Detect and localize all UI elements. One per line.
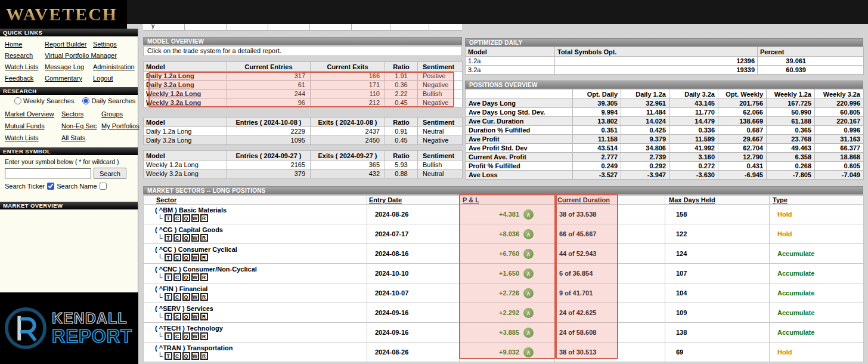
col-header-entry-date[interactable]: Entry Date [367, 196, 460, 205]
col-header-model: Model [144, 62, 227, 72]
max-days-held-value: 158 [665, 205, 770, 224]
tool-button-watch[interactable]: W [191, 332, 199, 340]
weekly-searches-radio[interactable] [14, 97, 21, 104]
daily-entries-exits-table: Model Entries ( 2024-10-08 ) Exits ( 202… [143, 117, 463, 145]
sector-name[interactable]: ( ^BM ) Basic Materials [144, 206, 366, 214]
col-header-exits-date: Exits ( 2024-10-08 ) [311, 118, 385, 127]
tool-button-chart[interactable]: C [173, 273, 181, 281]
tool-button-quote[interactable]: Q [182, 352, 190, 360]
tool-button-chart[interactable]: C [173, 214, 181, 222]
col-header-current-duration[interactable]: Current Duration [555, 196, 665, 205]
model-link[interactable]: Weekly 3.2a Long [146, 99, 201, 106]
research-link-groups[interactable]: Groups [101, 110, 140, 118]
tool-button-report[interactable]: R [200, 352, 208, 360]
symbol-input[interactable] [5, 168, 91, 178]
tool-button-report[interactable]: R [200, 293, 208, 301]
research-link-all-stats[interactable]: All Stats [61, 134, 100, 141]
tool-button-trade[interactable]: T [165, 254, 172, 261]
tool-button-chart[interactable]: C [173, 293, 181, 301]
tool-button-quote[interactable]: Q [182, 234, 190, 242]
col-header-sector[interactable]: Sector [144, 196, 367, 205]
tool-button-quote[interactable]: Q [182, 254, 190, 261]
tool-button-chart[interactable]: C [173, 313, 181, 320]
model-link[interactable]: Daily 1.2a Long [146, 72, 194, 79]
stat-value: 39.305 [573, 99, 621, 108]
stat-value: 0.336 [669, 126, 718, 135]
sidebar-link-settings[interactable]: Settings [93, 41, 135, 48]
sidebar-link-administration[interactable]: Administration [93, 63, 135, 70]
tool-button-trade[interactable]: T [165, 332, 172, 340]
tool-button-trade[interactable]: T [165, 293, 172, 301]
research-link-mutual-funds[interactable]: Mutual Funds [5, 122, 60, 129]
tool-button-trade[interactable]: T [165, 214, 172, 222]
search-button[interactable]: Search [94, 168, 126, 179]
sector-name[interactable]: ( ^TRAN ) Transportation [144, 344, 366, 351]
col-header-max-days-held[interactable]: Max Days Held [665, 196, 770, 205]
tool-button-watch[interactable]: W [191, 273, 199, 281]
research-link-my-portfolios[interactable]: My Portfolios [101, 122, 140, 129]
elbow-icon: └ [157, 234, 163, 242]
tool-button-quote[interactable]: Q [182, 293, 190, 301]
research-link-non-eq-sec[interactable]: Non-Eq Sec [61, 122, 100, 129]
tool-button-chart[interactable]: C [173, 254, 181, 261]
tool-button-watch[interactable]: W [191, 234, 199, 242]
tool-button-report[interactable]: R [200, 273, 208, 281]
sidebar-link-virtual-portfolio-manager[interactable]: Virtual Portfolio Manager [45, 52, 135, 59]
ratio-value: 0.45 [385, 136, 418, 145]
tool-button-chart[interactable]: C [173, 352, 181, 360]
sidebar-link-research[interactable]: Research [5, 52, 43, 59]
ratio-value: 0.45 [385, 98, 418, 107]
research-link-sectors[interactable]: Sectors [61, 110, 100, 118]
sector-name[interactable]: ( ^CC ) Consumer Cyclical [144, 246, 366, 253]
tool-button-trade[interactable]: T [165, 352, 172, 360]
search-name-checkbox[interactable] [100, 183, 107, 190]
sector-name[interactable]: ( ^TECH ) Technology [144, 325, 366, 332]
tool-button-watch[interactable]: W [191, 254, 199, 261]
sidebar-link-report-builder[interactable]: Report Builder [45, 41, 91, 48]
tool-button-watch[interactable]: W [191, 352, 199, 360]
tool-button-quote[interactable]: Q [182, 313, 190, 320]
sidebar-link-logout[interactable]: Logout [93, 75, 135, 82]
col-header-pl[interactable]: P & L [460, 196, 555, 205]
tool-button-quote[interactable]: Q [182, 214, 190, 222]
table-row: Weekly 3.2a Long 96 212 0.45 Negative [144, 98, 463, 107]
sidebar-link-home[interactable]: Home [5, 41, 43, 48]
pl-cell: +2.726 ∧ [460, 288, 554, 298]
research-link-watch-lists[interactable]: Watch Lists [5, 134, 60, 141]
col-header-type[interactable]: Type [770, 196, 864, 205]
model-link[interactable]: Daily 3.2a Long [146, 81, 194, 88]
tool-button-trade[interactable]: T [165, 234, 172, 242]
tool-button-report[interactable]: R [200, 313, 208, 320]
up-arrow-icon: ∧ [523, 288, 534, 298]
sector-name[interactable]: ( ^SERV ) Services [144, 305, 366, 312]
sector-name[interactable]: ( ^FIN ) Financial [144, 285, 366, 292]
tool-button-report[interactable]: R [200, 214, 208, 222]
tool-button-report[interactable]: R [200, 254, 208, 261]
tool-button-watch[interactable]: W [191, 293, 199, 301]
tool-button-trade[interactable]: T [165, 313, 172, 320]
sidebar-link-commentary[interactable]: Commentary [45, 75, 91, 82]
sidebar-link-feedback[interactable]: Feedback [5, 75, 43, 82]
tool-button-watch[interactable]: W [191, 313, 199, 320]
tool-button-report[interactable]: R [200, 332, 208, 340]
stat-value: 0.996 [815, 126, 864, 135]
daily-searches-option[interactable]: Daily Searches [82, 97, 135, 104]
weekly-searches-option[interactable]: Weekly Searches [14, 97, 74, 104]
ratio-value: 0.88 [385, 169, 418, 178]
sidebar-link-watch-lists[interactable]: Watch Lists [5, 63, 43, 70]
type-value: Hold [777, 230, 792, 237]
tool-button-watch[interactable]: W [191, 214, 199, 222]
tool-button-chart[interactable]: C [173, 234, 181, 242]
tool-button-chart[interactable]: C [173, 332, 181, 340]
sector-name[interactable]: ( ^CG ) Capital Goods [144, 226, 366, 233]
sidebar-link-message-log[interactable]: Message Log [45, 63, 91, 70]
tool-button-report[interactable]: R [200, 234, 208, 242]
tool-button-quote[interactable]: Q [182, 273, 190, 281]
tool-button-trade[interactable]: T [165, 273, 172, 281]
daily-searches-radio[interactable] [82, 97, 89, 104]
search-ticker-checkbox[interactable] [47, 183, 54, 190]
model-link[interactable]: Weekly 1.2a Long [146, 90, 201, 97]
research-link-market-overview[interactable]: Market Overview [5, 110, 60, 118]
tool-button-quote[interactable]: Q [182, 332, 190, 340]
sector-name[interactable]: ( ^CNC ) Consumer/Non-Cyclical [144, 266, 366, 273]
